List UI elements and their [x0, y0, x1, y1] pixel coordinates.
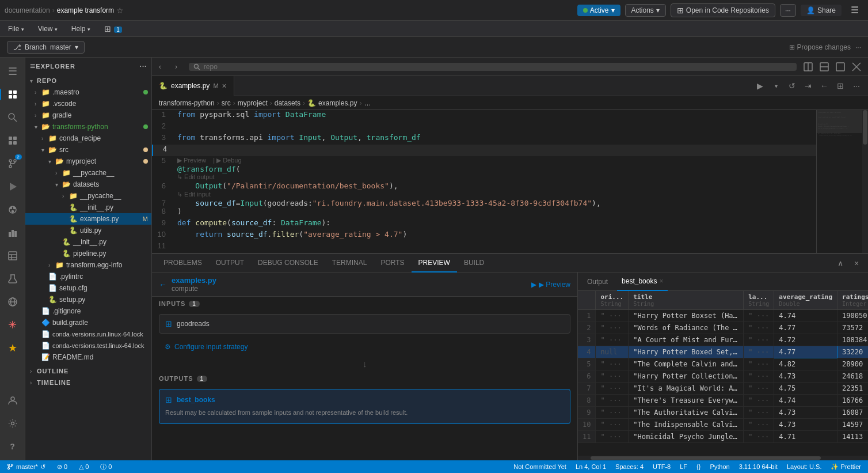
vertical-scrollbar[interactable]	[862, 110, 868, 253]
hint-debug[interactable]: | ▶ Debug	[213, 157, 241, 164]
question-icon[interactable]: ?	[2, 436, 23, 457]
barchart-icon[interactable]	[2, 222, 23, 243]
git-branch-status[interactable]: master* ↺	[5, 463, 48, 471]
more-button[interactable]: ···	[780, 4, 796, 17]
search-icon[interactable]	[2, 107, 23, 128]
settings-icon[interactable]	[2, 413, 23, 434]
flask-icon[interactable]	[2, 268, 23, 289]
breadcrumb-datasets[interactable]: datasets	[275, 99, 300, 107]
line-content-5[interactable]: @transform_df(	[175, 165, 241, 173]
hint-edit-output[interactable]: ↳ Edit output	[175, 173, 215, 181]
data-tab-close-button[interactable]: ×	[659, 277, 663, 285]
line-content-4[interactable]	[176, 145, 816, 153]
panel-tab-problems[interactable]: PROBLEMS	[157, 254, 209, 273]
table-row[interactable]: 3 " ··· "A Court of Mist and Fury (A Cou…	[578, 334, 868, 346]
warnings-status[interactable]: △ 0	[77, 463, 91, 471]
goodreads-input-item[interactable]: ⊞ goodreads	[159, 314, 570, 334]
table-row[interactable]: 11 " ··· "Homicidal Psycho Jungle Cat: A…	[578, 431, 868, 443]
split-down-button[interactable]	[817, 60, 831, 74]
python-version-status[interactable]: 3.11.10 64-bit	[737, 463, 780, 471]
table-row[interactable]: 9 " ··· "The Authoritative Calvin and Ho…	[578, 407, 868, 419]
panel-tab-build[interactable]: BUILD	[457, 254, 491, 273]
branch-more-button[interactable]: ···	[855, 43, 861, 51]
tab-close-button[interactable]: ×	[222, 81, 227, 90]
table-row[interactable]: 1 " ··· "Harry Potter Boxset (Harry Pott…	[578, 310, 868, 322]
tree-item-conda-test[interactable]: › 📄 conda-versions.test.linux-64.lock	[25, 340, 151, 351]
tree-item-init2[interactable]: › 🐍 __init__.py	[25, 236, 151, 248]
preview-button[interactable]: ▶ ▶ Preview	[531, 281, 570, 289]
ln-col-status[interactable]: Ln 4, Col 1	[573, 463, 608, 471]
table-row[interactable]: 10 " ··· "The Indispensable Calvin and H…	[578, 419, 868, 431]
back-button[interactable]: ←	[817, 79, 831, 93]
tree-item-utils[interactable]: › 🐍 utils.py	[25, 225, 151, 236]
layout-status[interactable]: Layout: U.S.	[785, 463, 824, 471]
file-menu[interactable]: File ▾	[5, 24, 28, 34]
tree-item-maestro[interactable]: › 📁 .maestro	[25, 86, 151, 98]
not-committed-status[interactable]: Not Committed Yet	[511, 463, 569, 471]
hint-preview[interactable]: ▶ Preview	[177, 157, 206, 164]
tree-item-egg-info[interactable]: › 📁 transform.egg-info	[25, 259, 151, 271]
open-repos-button[interactable]: ⊞ Open in Code Repositories	[671, 3, 775, 17]
tree-item-vscode[interactable]: › 📁 .vscode	[25, 98, 151, 109]
table-row[interactable]: 7 " ··· "It's a Magical World: A Calvin …	[578, 383, 868, 395]
table-row[interactable]: 8 " ··· "There's Treasure Everywhere: A …	[578, 395, 868, 407]
errors-status[interactable]: ⊘ 0	[55, 463, 70, 471]
line-content-8[interactable]: )	[175, 207, 816, 215]
line-content-2[interactable]	[175, 122, 816, 130]
propose-changes-button[interactable]: ⊞ Propose changes	[789, 43, 851, 51]
breadcrumb-transforms[interactable]: transforms-python	[159, 99, 215, 107]
tree-item-pipeline[interactable]: › 🐍 pipeline.py	[25, 248, 151, 259]
panel-tab-debug-console[interactable]: DEBUG CONSOLE	[251, 254, 325, 273]
line-content-6[interactable]: Output("/Palantir/documentation/best_boo…	[175, 181, 398, 190]
panel-close-button[interactable]: ×	[850, 256, 863, 270]
repo-section[interactable]: ▾ REPO	[25, 75, 151, 86]
split-editor-button[interactable]	[801, 60, 815, 74]
data-tab-best-books[interactable]: best_books ×	[617, 273, 668, 291]
branch-selector[interactable]: ⎇ Branch master ▾	[7, 41, 85, 54]
table-row[interactable]: 5 " ··· "The Complete Calvin and Hobbes"…	[578, 358, 868, 370]
account-icon[interactable]	[2, 390, 23, 411]
line-content-11[interactable]	[175, 241, 816, 250]
tree-item-pycache1[interactable]: › 📁 __pycache__	[25, 167, 151, 179]
line-content-1[interactable]: from pyspark.sql import DataFrame	[175, 110, 816, 119]
hint-edit-input[interactable]: ↳ Edit input	[175, 191, 211, 198]
tree-item-conda-run[interactable]: › 📄 conda-versions.run.linux-64.lock	[25, 328, 151, 340]
outline-section[interactable]: › OUTLINE	[25, 365, 151, 377]
tree-item-src[interactable]: ▾ 📂 src	[25, 144, 151, 156]
breadcrumb-filename[interactable]: examples.py	[318, 99, 357, 107]
panel-tab-terminal[interactable]: TERMINAL	[325, 254, 374, 273]
view-menu[interactable]: View ▾	[35, 24, 61, 34]
debug-icon[interactable]	[2, 199, 23, 220]
encoding-status[interactable]: UTF-8	[650, 463, 673, 471]
tree-item-datasets[interactable]: ▾ 📂 datasets	[25, 179, 151, 190]
panel-back-button[interactable]: ←	[159, 280, 167, 289]
menu-icon[interactable]: ☰	[2, 61, 23, 82]
table-row[interactable]: 6 " ··· "Harry Potter Collection (Harry …	[578, 370, 868, 383]
panel-tab-output[interactable]: OUTPUT	[209, 254, 251, 273]
search-input[interactable]	[204, 63, 792, 71]
panel-tab-ports[interactable]: PORTS	[374, 254, 411, 273]
line-content-10[interactable]: return source_df.filter("average_rating …	[175, 230, 816, 239]
tree-item-myproject[interactable]: ▾ 📂 myproject	[25, 156, 151, 167]
table-icon[interactable]	[2, 245, 23, 266]
tree-item-init1[interactable]: › 🐍 __init__.py	[25, 202, 151, 213]
star-icon[interactable]: ☆	[116, 6, 124, 15]
windows-indicator[interactable]: ⊞ 1	[101, 23, 125, 35]
configure-input-button[interactable]: ⚙ Configure input strategy	[159, 339, 570, 354]
tree-item-setup-py[interactable]: › 🐍 setup.py	[25, 294, 151, 305]
tab-back-button[interactable]: ‹	[152, 58, 168, 76]
tree-item-gitignore1[interactable]: › 📄 .gitignore	[25, 305, 151, 317]
horizontal-scrollbar[interactable]	[578, 456, 868, 460]
active-button[interactable]: Active ▾	[577, 5, 620, 16]
line-content-9[interactable]: def compute(source_df: DataFrame):	[175, 218, 816, 227]
explorer-icon[interactable]	[2, 84, 23, 105]
split-view-button[interactable]: ⊞	[833, 79, 847, 93]
blocks-icon[interactable]	[2, 130, 23, 151]
line-ending-status[interactable]: LF	[677, 463, 690, 471]
panel-tab-preview[interactable]: PREVIEW	[412, 254, 457, 273]
tree-item-pycache2[interactable]: › 📁 __pycache__	[25, 190, 151, 202]
run-all2-button[interactable]: ⇥	[801, 79, 815, 93]
refresh-button[interactable]: ↺	[785, 79, 799, 93]
actions-button[interactable]: Actions ▾	[625, 4, 666, 17]
help-menu[interactable]: Help ▾	[68, 24, 94, 34]
